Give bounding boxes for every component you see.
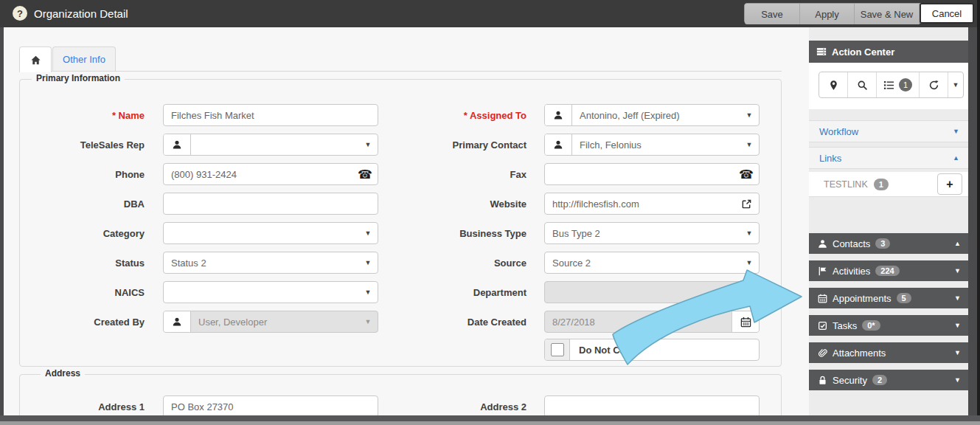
security-lock-icon: [818, 376, 827, 385]
person-icon: [164, 311, 191, 332]
count-badge: 0*: [862, 320, 880, 331]
tab-home[interactable]: [19, 46, 52, 72]
created-by-label: Created By: [23, 311, 145, 333]
section-legend: Address: [41, 368, 85, 379]
status-label: Status: [23, 252, 145, 274]
business-type-label: Business Type: [409, 222, 527, 244]
dba-input[interactable]: [163, 193, 378, 215]
form-action-buttons: Save Apply Save & New Cancel: [744, 3, 974, 24]
primary-contact-label: Primary Contact: [409, 134, 527, 156]
telesales-rep-lookup[interactable]: [163, 134, 378, 156]
chevron-down-icon: [740, 141, 759, 148]
map-pin-button[interactable]: [819, 72, 848, 97]
sidebar-panel-attachments[interactable]: Attachments: [809, 342, 968, 363]
chevron-down-icon: [954, 294, 961, 302]
link-count-badge: 1: [874, 179, 889, 190]
address2-input[interactable]: [544, 395, 760, 418]
links-row[interactable]: Links: [809, 147, 968, 169]
refresh-button[interactable]: [920, 72, 948, 97]
assigned-to-lookup[interactable]: Antonino, Jeff (Expired): [544, 104, 760, 126]
chevron-down-icon: [358, 288, 378, 296]
section-legend: Primary Information: [32, 73, 125, 83]
chevron-down-icon: [740, 229, 759, 237]
help-icon[interactable]: ?: [13, 6, 27, 21]
page-title: Organization Detail: [34, 0, 128, 27]
department-input: [544, 281, 760, 303]
save-and-new-button[interactable]: Save & New: [855, 4, 920, 24]
chevron-down-icon: [358, 259, 378, 266]
assigned-to-label: * Assigned To: [409, 104, 527, 126]
chevron-up-icon: [953, 154, 959, 162]
sidebar-panel-security[interactable]: Security 2: [809, 370, 968, 390]
tasks-check-icon: [818, 321, 827, 331]
do-not-call-group: Do Not Call: [544, 339, 760, 361]
search-button[interactable]: [848, 72, 877, 97]
naics-select[interactable]: [163, 281, 378, 303]
category-label: Category: [23, 222, 145, 244]
category-select[interactable]: [163, 222, 378, 244]
address-section: Address Address 1 PO Box 27370 Address 2: [19, 374, 782, 420]
home-icon: [30, 55, 41, 66]
tab-other-info[interactable]: Other Info: [52, 46, 116, 72]
link-item-testlink[interactable]: TESTLINK 1 +: [809, 172, 968, 197]
tab-divider: [19, 71, 782, 72]
save-button[interactable]: Save: [745, 4, 800, 24]
date-created-label: Date Created: [409, 311, 527, 333]
chevron-down-icon: [740, 259, 759, 266]
telesales-rep-label: TeleSales Rep: [23, 134, 145, 156]
chevron-down-icon: [954, 349, 961, 356]
sidebar-panel-tasks[interactable]: Tasks 0*: [809, 315, 968, 336]
cancel-button[interactable]: Cancel: [920, 3, 974, 24]
workflow-row[interactable]: Workflow: [809, 120, 968, 142]
do-not-call-label: Do Not Call: [570, 345, 639, 356]
action-center-icon: [816, 46, 827, 57]
appointments-calendar-icon: [818, 294, 827, 303]
person-icon: [164, 134, 191, 155]
name-input[interactable]: Filches Fish Market: [163, 104, 378, 126]
phone-icon: [352, 167, 378, 182]
fax-label: Fax: [409, 163, 527, 185]
department-label: Department: [409, 281, 527, 303]
website-input[interactable]: http://filchesfish.com: [544, 193, 760, 215]
created-by-lookup: User, Developer: [163, 311, 378, 333]
count-badge: 3: [875, 238, 890, 249]
window-border-left: [0, 27, 4, 425]
person-icon: [545, 134, 572, 155]
naics-label: NAICS: [23, 281, 145, 303]
action-center-sidebar: Action Center 1 Workflow Links: [809, 27, 968, 415]
fax-input[interactable]: [544, 163, 760, 185]
calendar-icon[interactable]: [731, 311, 759, 332]
source-select[interactable]: Source 2: [544, 252, 760, 274]
name-label: * Name: [23, 104, 145, 126]
sidebar-panel-appointments[interactable]: Appointments 5: [809, 288, 968, 308]
attachments-paperclip-icon: [818, 348, 827, 358]
refresh-icon: [928, 80, 939, 91]
sidebar-panel-activities[interactable]: Activities 224: [809, 260, 968, 281]
address1-label: Address 1: [23, 395, 145, 418]
list-icon: [883, 80, 894, 91]
chevron-down-icon: [954, 267, 961, 274]
do-not-call-checkbox[interactable]: [551, 343, 564, 356]
map-pin-icon: [828, 80, 839, 91]
count-badge: 5: [897, 293, 911, 303]
phone-label: Phone: [23, 163, 145, 185]
business-type-select[interactable]: Bus Type 2: [544, 222, 760, 244]
search-icon: [857, 80, 868, 91]
phone-input[interactable]: (800) 931-2424: [163, 163, 378, 185]
chevron-down-icon: [358, 141, 378, 148]
activities-flag-icon: [818, 266, 827, 276]
external-link-icon[interactable]: [734, 198, 759, 210]
list-button[interactable]: 1: [877, 72, 920, 97]
window-border-right-outer: [977, 0, 980, 425]
status-select[interactable]: Status 2: [163, 252, 378, 274]
apply-button[interactable]: Apply: [800, 4, 855, 24]
phone-icon: [734, 167, 759, 182]
primary-contact-lookup[interactable]: Filch, Felonius: [544, 134, 760, 156]
toolbar-more-button[interactable]: [948, 72, 963, 97]
sidebar-panel-contacts[interactable]: Contacts 3: [809, 233, 968, 254]
add-link-button[interactable]: +: [937, 173, 962, 195]
primary-information-section: Primary Information * Name Filches Fish …: [19, 79, 782, 367]
address1-input[interactable]: PO Box 27370: [163, 395, 378, 418]
chevron-up-icon: [954, 240, 961, 247]
chevron-down-icon: [358, 229, 378, 237]
